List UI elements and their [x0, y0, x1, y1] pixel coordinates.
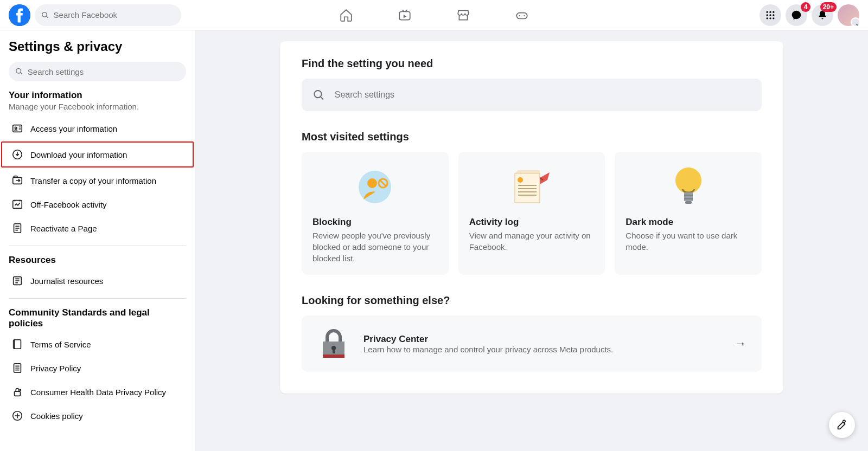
- svg-point-31: [675, 167, 701, 194]
- sidebar-item-label: Reactivate a Page: [30, 224, 97, 233]
- svg-point-23: [20, 389, 22, 391]
- transfer-icon: [11, 174, 24, 187]
- sidebar: Settings & privacy Your information Mana…: [0, 30, 195, 451]
- card-desc: View and manage your activity on Faceboo…: [469, 230, 595, 253]
- layout: Settings & privacy Your information Mana…: [0, 30, 868, 451]
- sidebar-item-label: Consumer Health Data Privacy Policy: [30, 388, 166, 397]
- svg-point-27: [367, 178, 377, 188]
- svg-point-30: [518, 177, 523, 183]
- section-your-info: Your information: [9, 90, 186, 101]
- card-dark-mode[interactable]: Dark mode Choose if you want to use dark…: [615, 152, 762, 275]
- big-search[interactable]: [302, 79, 762, 111]
- grid-icon: [765, 10, 776, 21]
- svg-point-8: [767, 14, 768, 16]
- sidebar-item-transfer-info[interactable]: Transfer a copy of your information: [9, 169, 186, 192]
- sidebar-search[interactable]: [9, 62, 186, 81]
- arrow-right-icon: →: [735, 337, 746, 351]
- top-nav: 4 20+ ⌄: [0, 0, 868, 30]
- sidebar-item-label: Transfer a copy of your information: [30, 176, 156, 185]
- darkmode-illustration: [626, 163, 751, 211]
- top-nav-right: 4 20+ ⌄: [760, 4, 859, 26]
- id-card-icon: [11, 122, 24, 135]
- blocking-illustration: [312, 163, 438, 211]
- card-title: Blocking: [312, 217, 438, 228]
- svg-point-3: [519, 15, 520, 16]
- document-icon: [11, 362, 24, 375]
- find-setting-heading: Find the setting you need: [302, 57, 762, 70]
- svg-rect-39: [333, 349, 335, 353]
- top-nav-tabs: [339, 8, 529, 23]
- marketplace-tab[interactable]: [456, 8, 471, 23]
- privacy-center-card[interactable]: Privacy Center Learn how to manage and c…: [302, 315, 762, 372]
- svg-rect-33: [684, 195, 693, 196]
- news-icon: [11, 274, 24, 287]
- search-facebook[interactable]: [35, 4, 181, 26]
- activity-icon: [11, 198, 24, 211]
- svg-point-25: [314, 91, 321, 98]
- card-title: Dark mode: [626, 217, 751, 228]
- sidebar-item-label: Access your information: [30, 124, 117, 133]
- notifications-button[interactable]: 20+: [812, 4, 833, 26]
- svg-point-10: [773, 14, 774, 16]
- svg-point-11: [767, 17, 768, 19]
- sidebar-item-label: Terms of Service: [30, 340, 91, 349]
- download-circle-icon: [11, 148, 24, 161]
- edit-icon: [836, 419, 848, 431]
- search-facebook-input[interactable]: [54, 10, 175, 20]
- svg-rect-35: [685, 201, 692, 204]
- sidebar-item-label: Journalist resources: [30, 276, 103, 286]
- sidebar-item-label: Cookies policy: [30, 411, 83, 421]
- settings-panel: Find the setting you need Most visited s…: [280, 41, 783, 394]
- activity-illustration: [469, 163, 595, 211]
- svg-rect-22: [15, 391, 21, 396]
- svg-point-13: [773, 17, 774, 19]
- privacy-center-desc: Learn how to manage and control your pri…: [363, 345, 613, 354]
- card-blocking[interactable]: Blocking Review people you've previously…: [302, 152, 449, 275]
- highlight-download-info: Download your information: [1, 141, 194, 167]
- search-icon: [15, 67, 23, 76]
- compose-fab[interactable]: [829, 412, 855, 438]
- sidebar-item-download-info[interactable]: Download your information: [9, 143, 186, 166]
- home-tab[interactable]: [339, 8, 354, 23]
- card-activity-log[interactable]: Activity log View and manage your activi…: [458, 152, 605, 275]
- svg-rect-32: [684, 192, 693, 201]
- sidebar-item-access-info[interactable]: Access your information: [9, 117, 186, 140]
- most-visited-cards: Blocking Review people you've previously…: [302, 152, 762, 275]
- book-icon: [11, 338, 24, 351]
- big-search-input[interactable]: [335, 90, 751, 100]
- account-avatar[interactable]: ⌄: [838, 4, 859, 26]
- sidebar-item-health-privacy[interactable]: Consumer Health Data Privacy Policy: [9, 380, 186, 404]
- privacy-center-title: Privacy Center: [363, 334, 613, 345]
- card-desc: Choose if you want to use dark mode.: [626, 230, 751, 253]
- svg-point-15: [15, 127, 17, 129]
- sidebar-search-input[interactable]: [28, 67, 180, 76]
- sidebar-item-label: Off-Facebook activity: [30, 200, 107, 209]
- sidebar-item-off-facebook[interactable]: Off-Facebook activity: [9, 192, 186, 216]
- svg-rect-37: [323, 355, 344, 358]
- looking-else-heading: Looking for something else?: [302, 294, 762, 307]
- main-content: Find the setting you need Most visited s…: [195, 30, 868, 451]
- sidebar-title: Settings & privacy: [9, 39, 186, 54]
- card-title: Activity log: [469, 217, 595, 228]
- sidebar-item-reactivate-page[interactable]: Reactivate a Page: [9, 216, 186, 240]
- svg-rect-2: [516, 12, 527, 18]
- svg-rect-14: [13, 125, 22, 132]
- facebook-logo[interactable]: [9, 4, 30, 26]
- sidebar-item-label: Download your information: [30, 150, 127, 159]
- gaming-tab[interactable]: [514, 8, 529, 23]
- messenger-button[interactable]: 4: [786, 4, 807, 26]
- card-desc: Review people you've previously blocked …: [312, 230, 438, 264]
- sidebar-item-terms[interactable]: Terms of Service: [9, 332, 186, 356]
- svg-point-4: [524, 15, 525, 16]
- svg-rect-34: [684, 198, 693, 199]
- sidebar-item-journalist[interactable]: Journalist resources: [9, 269, 186, 293]
- sidebar-item-privacy-policy[interactable]: Privacy Policy: [9, 356, 186, 380]
- video-tab[interactable]: [397, 8, 412, 23]
- svg-point-12: [769, 17, 771, 19]
- menu-button[interactable]: [760, 4, 781, 26]
- notifications-badge: 20+: [820, 2, 837, 12]
- svg-point-9: [769, 14, 771, 16]
- divider: [9, 246, 186, 246]
- sidebar-item-cookies[interactable]: Cookies policy: [9, 404, 186, 428]
- messenger-icon: [791, 10, 802, 21]
